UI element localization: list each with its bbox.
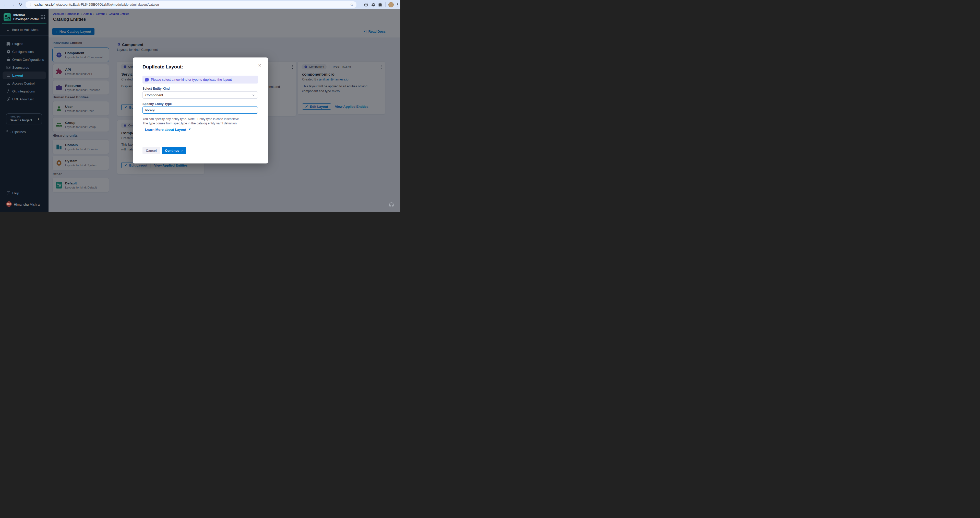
chevron-right-icon: › — [38, 116, 39, 121]
support-headset-icon[interactable] — [388, 202, 395, 208]
type-note-line2: The type comes from spec.type in the cat… — [143, 121, 237, 125]
sidebar-item-pipelines[interactable]: Pipelines — [3, 128, 46, 135]
browser-back-icon[interactable]: ← — [3, 2, 7, 7]
address-bar[interactable]: qa.harness.io/ng/account/zEaak-FLS425IEO… — [25, 1, 356, 8]
duplicate-layout-modal: Duplicate Layout: ✕ i Please select a ne… — [133, 57, 268, 164]
url-host: qa.harness.io — [35, 3, 54, 6]
sidebar-item-configurations[interactable]: Configurations — [3, 48, 46, 56]
help-chat-icon: ? — [6, 191, 11, 195]
browser-profile-avatar[interactable] — [388, 2, 394, 7]
modal-title: Duplicate Layout: — [143, 64, 183, 70]
project-selector[interactable]: PROJECT Select a Project › — [6, 113, 42, 124]
browser-chrome: ← → ↻ qa.harness.io/ng/account/zEaak-FLS… — [0, 0, 400, 9]
user-name[interactable]: Himanshu Mishra — [14, 202, 40, 206]
url-text: qa.harness.io/ng/account/zEaak-FLS425IEO… — [35, 3, 159, 6]
specify-entity-type-label: Specify Entity Type — [143, 102, 172, 106]
sidebar-item-git-integrations[interactable]: Git Integrations — [3, 88, 46, 95]
lock-icon — [6, 57, 11, 62]
puzzle-icon — [6, 41, 11, 46]
close-icon[interactable]: ✕ — [258, 63, 261, 68]
layout-icon — [6, 73, 11, 78]
sidebar-item-url-allow-list[interactable]: URL Allow List — [3, 95, 46, 103]
nav-grid-icon[interactable] — [41, 15, 45, 19]
sidebar-item-plugins[interactable]: Plugins — [3, 40, 46, 48]
gears-icon — [6, 49, 11, 54]
sidebar-divider — [0, 35, 49, 36]
doc-external-icon — [188, 128, 192, 132]
app-window: ← → ↻ qa.harness.io/ng/account/zEaak-FLS… — [0, 0, 400, 212]
info-icon: i — [145, 78, 149, 81]
chevron-down-icon — [252, 94, 255, 97]
sidebar-item-access-control[interactable]: Access Control — [3, 80, 46, 87]
entity-kind-select[interactable]: Component — [143, 91, 258, 99]
learn-more-link[interactable]: Learn More about Layout — [145, 128, 192, 132]
browser-forward-icon[interactable]: → — [10, 2, 15, 7]
sidebar-item-scorecards[interactable]: Scorecards — [3, 64, 46, 71]
type-note-line1: You can specify any entity type. Note : … — [143, 117, 239, 121]
git-branch-icon — [6, 89, 11, 94]
bookmark-star-icon[interactable]: ☆ — [350, 3, 353, 6]
back-to-main-menu[interactable]: ← Back to Main Menu — [0, 27, 49, 33]
pipelines-icon — [6, 129, 11, 134]
product-title: Internal Developer Portal — [13, 13, 40, 21]
cancel-button[interactable]: Cancel — [143, 147, 160, 154]
scorecard-icon — [6, 65, 11, 70]
url-path: /ng/account/zEaak-FLS425IEO7OLzMUg/modul… — [54, 3, 159, 6]
extensions-puzzle-icon[interactable] — [378, 3, 382, 7]
sidebar: Internal Developer Portal ← Back to Main… — [0, 9, 49, 212]
select-entity-kind-label: Select Entity Kind — [143, 87, 170, 91]
back-arrow-icon: ← — [6, 27, 10, 32]
link-icon — [6, 97, 11, 101]
site-settings-icon[interactable] — [29, 3, 32, 6]
sidebar-item-help[interactable]: ? Help — [3, 189, 46, 197]
profile-ring-icon[interactable] — [364, 3, 368, 7]
chevron-right-icon: › — [181, 148, 183, 153]
sidebar-accent-line — [2, 24, 46, 24]
person-outline-icon — [6, 81, 11, 86]
info-banner: i Please select a new kind or type to du… — [143, 76, 258, 83]
settings-gear-icon[interactable] — [371, 3, 375, 7]
sidebar-item-layout[interactable]: Layout — [3, 72, 46, 79]
user-avatar[interactable]: HM — [6, 201, 12, 207]
idp-logo-icon — [3, 13, 11, 21]
continue-button[interactable]: Continue› — [162, 147, 186, 154]
sidebar-item-oauth-configurations[interactable]: OAuth Configurations — [3, 56, 46, 63]
entity-type-input[interactable] — [143, 107, 258, 114]
svg-text:?: ? — [8, 192, 9, 194]
browser-menu-icon[interactable] — [396, 2, 398, 7]
browser-reload-icon[interactable]: ↻ — [18, 2, 23, 7]
browser-toolbar-icons — [364, 2, 398, 7]
